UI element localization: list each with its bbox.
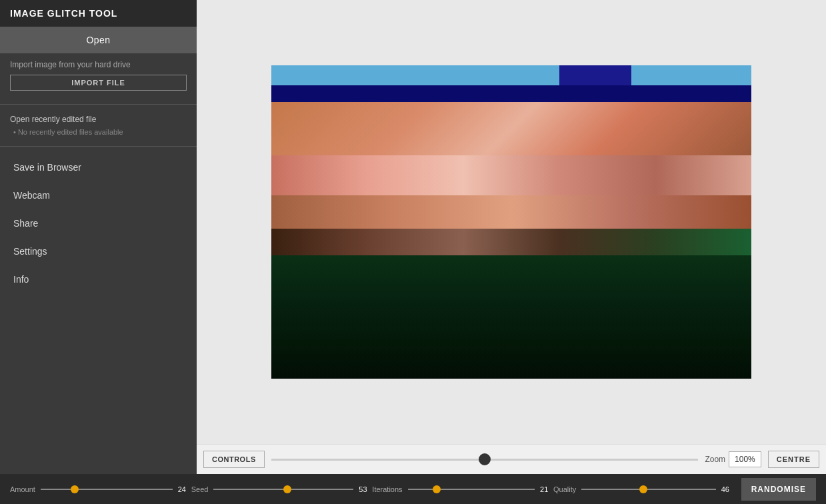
sidebar-item-webcam[interactable]: Webcam [0, 181, 197, 209]
sidebar-item-save-in-browser[interactable]: Save in Browser [0, 153, 197, 181]
open-button[interactable]: Open [0, 27, 197, 53]
content-area: CONTROLS Zoom 100% CENTRE [197, 0, 826, 474]
amount-value: 24 [178, 485, 191, 493]
seed-label: Seed [191, 485, 209, 493]
amount-slider[interactable] [41, 489, 173, 490]
timeline-slider-container [271, 459, 699, 461]
zoom-section: Zoom 100% [705, 451, 761, 467]
quality-slider[interactable] [581, 489, 715, 490]
sidebar-item-info[interactable]: Info [0, 265, 197, 293]
glitch-strip-6 [271, 229, 751, 255]
glitch-strip-1 [271, 65, 751, 85]
sidebar-item-settings[interactable]: Settings [0, 237, 197, 265]
seed-slider[interactable] [213, 489, 353, 490]
iterations-label: Iterations [372, 485, 402, 493]
recently-edited-section: Open recently edited file No recently ed… [0, 108, 197, 143]
canvas-area [197, 0, 826, 444]
sidebar-nav: Save in Browser Webcam Share Settings In… [0, 153, 197, 293]
controls-bar: CONTROLS Zoom 100% CENTRE [197, 444, 826, 474]
glitch-image [271, 65, 751, 379]
iterations-group: Iterations 21 [372, 485, 553, 493]
randomise-button[interactable]: RANDOMISE [741, 478, 816, 501]
amount-label: Amount [10, 485, 35, 493]
seed-value: 53 [359, 485, 372, 493]
import-file-button[interactable]: IMPORT FILE [10, 75, 187, 91]
glitch-strip-5 [271, 195, 751, 229]
glitch-strip-2 [271, 85, 751, 102]
sidebar-divider [0, 104, 197, 105]
zoom-label: Zoom [705, 455, 725, 464]
import-description: Import image from your hard drive [0, 53, 197, 75]
glitch-strip-4 [271, 155, 751, 195]
sidebar-item-share[interactable]: Share [0, 209, 197, 237]
glitch-strip-7 [271, 255, 751, 379]
glitch-strip-3 [271, 102, 751, 155]
sidebar-divider-2 [0, 146, 197, 147]
sliders-bar: Amount 24 Seed 53 Iterations 21 Quality … [0, 474, 826, 504]
iterations-value: 21 [540, 485, 553, 493]
seed-group: Seed 53 [191, 485, 373, 493]
recently-edited-title: Open recently edited file [10, 115, 187, 124]
controls-button[interactable]: CONTROLS [203, 451, 265, 468]
sidebar: IMAGE GLITCH TOOL Open Import image from… [0, 0, 197, 474]
recently-edited-empty: No recently edited files available [10, 128, 187, 136]
amount-group: Amount 24 [10, 485, 191, 493]
iterations-slider[interactable] [408, 489, 535, 490]
quality-label: Quality [553, 485, 576, 493]
app-title: IMAGE GLITCH TOOL [0, 0, 197, 27]
zoom-value: 100% [729, 451, 761, 467]
centre-button[interactable]: CENTRE [768, 451, 819, 468]
quality-group: Quality 46 [553, 485, 735, 493]
quality-value: 46 [721, 485, 735, 493]
timeline-slider[interactable] [271, 459, 699, 461]
